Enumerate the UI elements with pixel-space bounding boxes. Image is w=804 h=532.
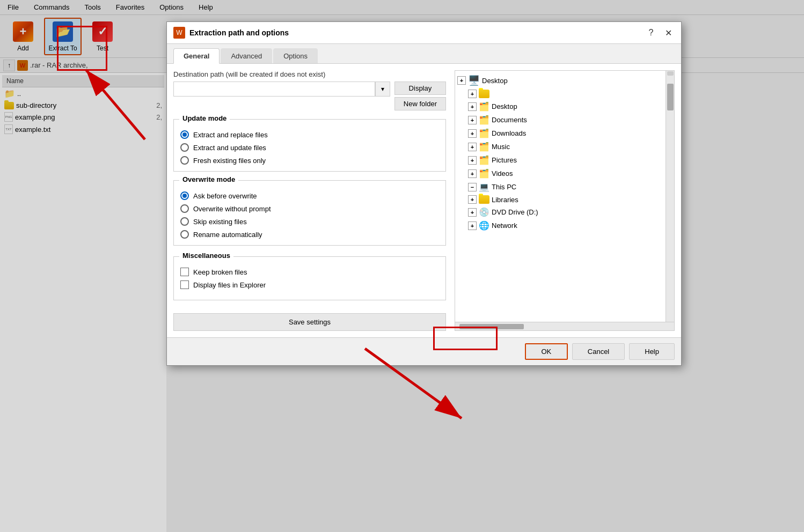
radio-extract-update[interactable]: Extract and update files bbox=[180, 143, 439, 152]
dialog-tree-panel: + 🖥️ Desktop + bbox=[455, 70, 675, 331]
miscellaneous-section: Miscellaneous Keep broken files Display … bbox=[173, 256, 446, 300]
dialog-close-button[interactable]: ✕ bbox=[662, 26, 675, 39]
dialog-body: Destination path (will be created if doe… bbox=[167, 64, 681, 337]
folder-icon bbox=[479, 90, 489, 98]
display-button[interactable]: Display bbox=[394, 82, 446, 95]
overwrite-mode-section: Overwrite mode Ask before overwrite Over… bbox=[173, 180, 446, 246]
destination-path-actions: Display New folder bbox=[394, 82, 446, 110]
radio-ask-overwrite[interactable]: Ask before overwrite bbox=[180, 191, 439, 200]
cancel-button[interactable]: Cancel bbox=[572, 343, 625, 360]
dialog-tabs: General Advanced Options bbox=[167, 44, 681, 64]
radio-skip-existing-indicator bbox=[180, 217, 189, 226]
checkbox-display-explorer[interactable]: Display files in Explorer bbox=[180, 280, 439, 289]
tree-item-downloads[interactable]: + 🗂️ Downloads bbox=[455, 127, 666, 140]
overwrite-mode-legend: Overwrite mode bbox=[179, 175, 238, 183]
radio-extract-replace[interactable]: Extract and replace files bbox=[180, 130, 439, 139]
radio-extract-replace-label: Extract and replace files bbox=[193, 131, 268, 139]
update-mode-legend: Update mode bbox=[179, 114, 230, 122]
tree-label: DVD Drive (D:) bbox=[492, 208, 538, 216]
miscellaneous-legend: Miscellaneous bbox=[179, 252, 233, 260]
radio-extract-update-indicator bbox=[180, 143, 189, 152]
dialog-title-icon: W bbox=[173, 27, 185, 39]
checkbox-keep-broken-box bbox=[180, 268, 189, 276]
radio-ask-overwrite-indicator bbox=[180, 191, 189, 200]
tree-label: Music bbox=[492, 143, 510, 151]
tree-expand-btn[interactable]: + bbox=[468, 116, 477, 124]
tree-expand-btn[interactable]: + bbox=[468, 208, 477, 217]
radio-rename-auto[interactable]: Rename automatically bbox=[180, 230, 439, 239]
save-settings-button[interactable]: Save settings bbox=[173, 313, 446, 331]
tree-item[interactable]: + 🗂️ Music bbox=[455, 140, 666, 153]
checkbox-keep-broken[interactable]: Keep broken files bbox=[180, 268, 439, 276]
radio-overwrite-prompt[interactable]: Overwrite without prompt bbox=[180, 204, 439, 213]
tree-expand-btn[interactable]: + bbox=[468, 195, 477, 204]
tree-vscrollbar[interactable] bbox=[666, 71, 674, 322]
radio-overwrite-prompt-indicator bbox=[180, 204, 189, 213]
help-footer-button[interactable]: Help bbox=[629, 343, 675, 360]
extraction-dialog: W Extraction path and options ? ✕ Genera… bbox=[166, 21, 682, 366]
radio-skip-existing[interactable]: Skip existing files bbox=[180, 217, 439, 226]
dialog-help-button[interactable]: ? bbox=[645, 26, 657, 39]
tree-label: Pictures bbox=[492, 156, 517, 164]
tree-expand-downloads-btn[interactable]: + bbox=[468, 129, 477, 138]
tree-label: Videos bbox=[492, 169, 513, 178]
checkbox-keep-broken-label: Keep broken files bbox=[193, 268, 247, 276]
dialog-left-panel: Destination path (will be created if doe… bbox=[173, 70, 455, 331]
tree-expand-this-pc-btn[interactable]: − bbox=[468, 183, 477, 191]
radio-ask-overwrite-label: Ask before overwrite bbox=[193, 192, 257, 200]
folder-tree[interactable]: + 🖥️ Desktop + bbox=[455, 71, 666, 322]
tree-hscrollbar[interactable] bbox=[455, 322, 674, 330]
tree-item[interactable]: + 🗂️ Pictures bbox=[455, 153, 666, 167]
dialog-overlay: W Extraction path and options ? ✕ Genera… bbox=[0, 0, 804, 532]
tree-label: Desktop bbox=[492, 102, 517, 110]
radio-extract-replace-indicator bbox=[180, 130, 189, 139]
dialog-titlebar: W Extraction path and options ? ✕ bbox=[167, 22, 681, 44]
tree-item[interactable]: + 🖥️ Desktop bbox=[455, 73, 666, 88]
tree-this-pc-label: This PC bbox=[492, 183, 516, 191]
tab-general[interactable]: General bbox=[173, 48, 220, 64]
tree-label: Documents bbox=[492, 116, 527, 124]
tree-item[interactable]: + Libraries bbox=[455, 194, 666, 205]
tree-expand-btn[interactable]: + bbox=[468, 169, 477, 178]
tree-downloads-label: Downloads bbox=[492, 129, 526, 137]
tree-label: Desktop bbox=[482, 77, 508, 85]
tree-label: Libraries bbox=[492, 196, 518, 204]
folder-icon bbox=[479, 195, 489, 204]
tab-options[interactable]: Options bbox=[273, 48, 318, 63]
tree-expand-btn[interactable]: + bbox=[468, 102, 477, 111]
ok-button[interactable]: OK bbox=[525, 343, 568, 360]
tree-item-this-pc[interactable]: − 💻 This PC bbox=[455, 180, 666, 194]
radio-extract-update-label: Extract and update files bbox=[193, 144, 266, 152]
checkbox-display-explorer-box bbox=[180, 280, 189, 289]
app-window: File Commands Tools Favorites Options He… bbox=[0, 0, 804, 532]
new-folder-button[interactable]: New folder bbox=[394, 97, 446, 110]
radio-fresh-existing-indicator bbox=[180, 156, 189, 165]
tree-item[interactable]: + 💿 DVD Drive (D:) bbox=[455, 205, 666, 219]
tree-expand-btn[interactable]: + bbox=[468, 90, 477, 98]
destination-path-label: Destination path (will be created if doe… bbox=[173, 70, 446, 78]
tree-expand-btn[interactable]: + bbox=[468, 156, 477, 165]
tree-expand-btn[interactable]: + bbox=[468, 143, 477, 151]
tree-item[interactable]: + 🌐 Network bbox=[455, 219, 666, 232]
tab-advanced[interactable]: Advanced bbox=[221, 48, 272, 63]
tree-expand-btn[interactable]: + bbox=[457, 76, 466, 85]
dialog-footer: OK Cancel Help bbox=[167, 337, 681, 365]
tree-item[interactable]: + bbox=[455, 88, 666, 100]
update-mode-section: Update mode Extract and replace files Ex… bbox=[173, 119, 446, 172]
dialog-title: Extraction path and options bbox=[189, 28, 640, 37]
checkbox-display-explorer-label: Display files in Explorer bbox=[193, 281, 266, 289]
tree-label: Network bbox=[492, 221, 517, 230]
destination-path-section: Destination path (will be created if doe… bbox=[173, 70, 446, 110]
radio-rename-auto-indicator bbox=[180, 230, 189, 239]
tree-expand-btn[interactable]: + bbox=[468, 221, 477, 230]
tree-item[interactable]: + 🗂️ Desktop bbox=[455, 100, 666, 113]
radio-rename-auto-label: Rename automatically bbox=[193, 231, 262, 239]
radio-fresh-existing[interactable]: Fresh existing files only bbox=[180, 156, 439, 165]
radio-skip-existing-label: Skip existing files bbox=[193, 218, 247, 226]
destination-path-input[interactable] bbox=[173, 82, 375, 97]
tree-item[interactable]: + 🗂️ Videos bbox=[455, 167, 666, 180]
destination-path-dropdown[interactable]: ▾ bbox=[375, 82, 390, 97]
radio-overwrite-prompt-label: Overwrite without prompt bbox=[193, 205, 271, 213]
radio-fresh-existing-label: Fresh existing files only bbox=[193, 157, 266, 165]
tree-item[interactable]: + 🗂️ Documents bbox=[455, 113, 666, 127]
